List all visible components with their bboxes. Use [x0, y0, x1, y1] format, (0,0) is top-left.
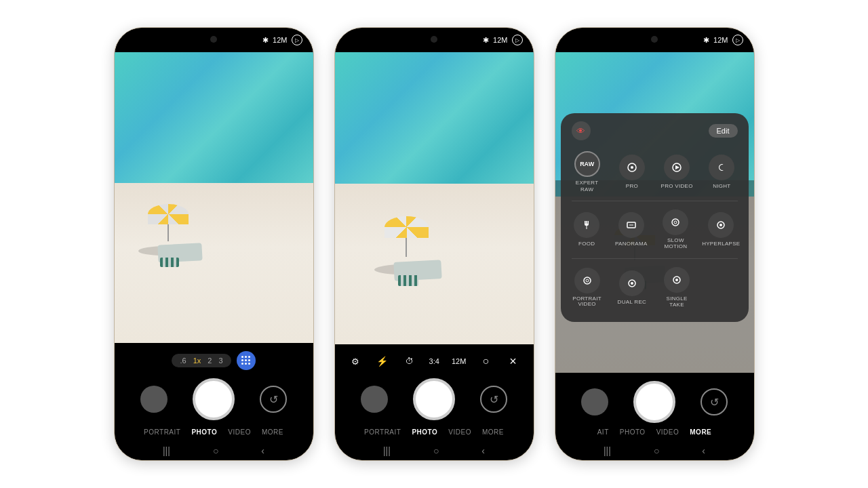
close-icon-2[interactable]: ×	[505, 354, 520, 369]
tab-video-3[interactable]: VIDEO	[656, 428, 679, 436]
zoom-1x[interactable]: 1x	[193, 357, 201, 365]
bluetooth-icon-2: ✱	[483, 36, 489, 45]
gallery-thumb-2[interactable]	[361, 386, 388, 413]
nav-recent-icon-1[interactable]: |||	[163, 445, 170, 456]
pro-label: PRO	[626, 183, 638, 190]
gallery-thumb-1[interactable]	[140, 386, 167, 413]
menu-item-food[interactable]: FOOD	[566, 204, 608, 256]
night-icon	[709, 155, 734, 180]
menu-divider-1	[572, 201, 738, 201]
svg-point-14	[675, 279, 678, 281]
tab-more-1[interactable]: MORE	[262, 428, 283, 436]
nav-home-icon-3[interactable]: ○	[654, 445, 659, 456]
menu-row-1: RAW EXPERT RAW PRO PRO VIDEO	[566, 146, 743, 198]
nav-home-icon-1[interactable]: ○	[213, 445, 218, 456]
nav-recent-icon-2[interactable]: |||	[383, 445, 391, 456]
zoom-06[interactable]: .6	[180, 357, 186, 365]
tab-ait-3[interactable]: AIT	[597, 428, 609, 436]
tab-video-1[interactable]: VIDEO	[228, 428, 251, 436]
camera-controls-3: ↺ AIT PHOTO VIDEO MORE	[555, 373, 754, 441]
hyperlapse-label: HYPERLAPSE	[702, 241, 740, 247]
edit-button[interactable]: Edit	[709, 124, 738, 138]
status-bar-3: ✱ 12M ▷	[555, 28, 754, 52]
menu-row-3: PORTRAITVIDEO DUAL REC SINGLE TAKE	[566, 262, 743, 314]
nav-recent-icon-3[interactable]: |||	[604, 445, 611, 456]
mode-tabs-1: PORTRAIT PHOTO VIDEO MORE	[115, 426, 313, 441]
megapixels-2: 12M	[493, 36, 507, 44]
front-camera-1	[210, 36, 217, 43]
menu-item-portrait-video[interactable]: PORTRAITVIDEO	[566, 262, 608, 314]
tab-video-2[interactable]: VIDEO	[448, 428, 471, 436]
menu-item-slow-motion[interactable]: SLOWMOTION	[655, 204, 697, 256]
ratio-2[interactable]: 3:4	[429, 357, 439, 365]
portrait-video-label: PORTRAITVIDEO	[572, 296, 601, 308]
zoom-3[interactable]: 3	[218, 357, 222, 365]
gallery-thumb-3[interactable]	[581, 388, 608, 415]
tab-more-3[interactable]: MORE	[690, 428, 711, 436]
menu-item-dual-rec[interactable]: DUAL REC	[611, 262, 653, 314]
dual-rec-label: DUAL REC	[618, 299, 647, 306]
tab-photo-1[interactable]: PHOTO	[191, 428, 217, 436]
svg-point-1	[631, 166, 633, 169]
svg-point-12	[631, 282, 633, 285]
nav-back-icon-1[interactable]: ‹	[261, 445, 264, 456]
more-menu: 👁 Edit RAW EXPERT RAW PRO	[561, 113, 749, 322]
panorama-label: PANORAMA	[615, 241, 648, 247]
menu-item-hyperlapse[interactable]: HYPERLAPSE	[699, 204, 743, 256]
lounge-stripes-1	[160, 258, 179, 267]
shutter-button-3[interactable]	[633, 381, 675, 423]
rotate-button-1[interactable]: ↺	[260, 386, 287, 413]
camera-controls-1: .6 1x 2 3 ↺	[115, 343, 313, 441]
timer-icon-3: ▷	[732, 35, 743, 45]
slow-motion-icon	[663, 209, 688, 235]
phone-1: ✱ 12M ▷	[114, 27, 314, 461]
tab-portrait-1[interactable]: PORTRAIT	[144, 428, 180, 436]
menu-item-pro-video[interactable]: PRO VIDEO	[656, 146, 698, 198]
pro-video-icon	[664, 155, 690, 180]
tab-photo-3[interactable]: PHOTO	[620, 428, 646, 436]
tab-photo-2[interactable]: PHOTO	[412, 428, 437, 436]
camera-controls-2: ⚙ ⚡ ⏱ 3:4 12M ○ × ↺ PORTRAIT PHOTO VIDEO…	[335, 344, 534, 441]
nav-home-icon-2[interactable]: ○	[433, 445, 439, 456]
mode-tabs-2: PORTRAIT PHOTO VIDEO MORE	[335, 426, 534, 441]
menu-item-single-take[interactable]: SINGLE TAKE	[656, 262, 698, 314]
menu-item-panorama[interactable]: PANORAMA	[610, 204, 652, 256]
rotate-button-3[interactable]: ↺	[701, 388, 728, 415]
grid-button-1[interactable]	[237, 351, 256, 370]
gear-icon-2[interactable]: ⚙	[348, 354, 363, 369]
phone-2: ✱ 12M ▷	[334, 27, 534, 461]
svg-point-10	[586, 279, 589, 282]
shutter-button-1[interactable]	[193, 378, 235, 420]
menu-row-2: FOOD PANORAMA SLOWMOTION	[566, 204, 743, 256]
front-camera-2	[431, 36, 437, 43]
nav-back-icon-3[interactable]: ‹	[702, 445, 705, 456]
eye-icon[interactable]: 👁	[572, 121, 591, 140]
food-icon	[574, 212, 599, 238]
shutter-row-1: ↺	[115, 373, 313, 426]
timer-settings-icon-2[interactable]: ⏱	[402, 354, 417, 369]
flash-icon-2[interactable]: ⚡	[375, 354, 390, 369]
lounge-stripes-2	[398, 275, 418, 286]
viewfinder-3: 👁 Edit RAW EXPERT RAW PRO	[555, 52, 754, 373]
nav-back-icon-2[interactable]: ‹	[481, 445, 485, 456]
sand-1	[115, 183, 313, 343]
shutter-button-2[interactable]	[413, 378, 455, 420]
zoom-2[interactable]: 2	[208, 357, 212, 365]
circle-icon-2[interactable]: ○	[478, 354, 493, 369]
food-label: FOOD	[578, 241, 595, 247]
umbrella-2	[384, 216, 429, 257]
rotate-button-2[interactable]: ↺	[480, 386, 507, 413]
single-take-label: SINGLE TAKE	[658, 296, 695, 308]
umbrella-1	[148, 204, 189, 241]
tab-portrait-2[interactable]: PORTRAIT	[364, 428, 401, 436]
megapixels-settings-2[interactable]: 12M	[452, 357, 466, 365]
expert-raw-label: EXPERT RAW	[569, 180, 606, 192]
zoom-pill-1: .6 1x 2 3	[172, 354, 231, 367]
menu-item-expert-raw[interactable]: RAW EXPERT RAW	[566, 146, 608, 198]
megapixels-3: 12M	[713, 36, 728, 44]
tab-more-2[interactable]: MORE	[482, 428, 504, 436]
menu-item-pro[interactable]: PRO	[611, 146, 653, 198]
menu-divider-2	[572, 258, 738, 259]
menu-item-night[interactable]: NIGHT	[701, 146, 743, 198]
timer-icon-2: ▷	[512, 35, 523, 45]
